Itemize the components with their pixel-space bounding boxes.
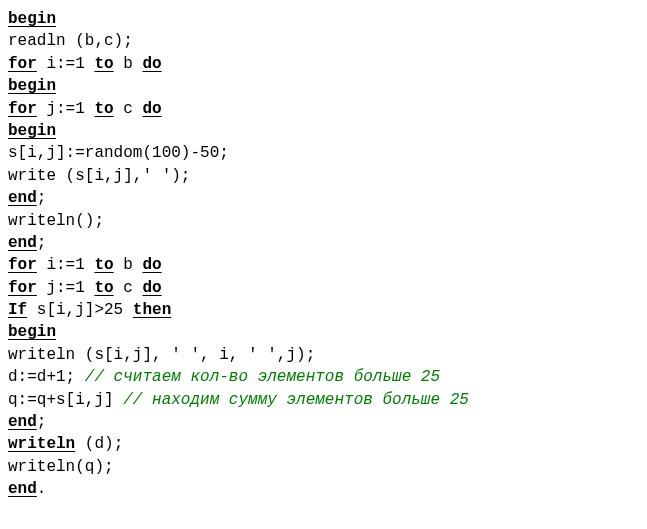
keyword-token: to: [94, 100, 113, 118]
keyword-token: begin: [8, 323, 56, 341]
code-line: d:=d+1; // считаем кол-во элементов боль…: [8, 366, 639, 388]
code-line: begin: [8, 321, 639, 343]
code-line: end;: [8, 187, 639, 209]
code-line: write (s[i,j],' ');: [8, 165, 639, 187]
code-line: writeln (s[i,j], ' ', i, ' ',j);: [8, 344, 639, 366]
keyword-token: do: [142, 256, 161, 274]
code-token: b: [114, 55, 143, 73]
code-line: end.: [8, 478, 639, 500]
code-line: end;: [8, 232, 639, 254]
code-token: .: [37, 480, 47, 498]
code-line: for i:=1 to b do: [8, 53, 639, 75]
code-block: beginreadln (b,c);for i:=1 to b dobeginf…: [8, 8, 639, 501]
code-token: i:=1: [37, 256, 95, 274]
keyword-token: end: [8, 234, 37, 252]
keyword-token: then: [133, 301, 171, 319]
code-line: If s[i,j]>25 then: [8, 299, 639, 321]
code-token: s[i,j]>25: [27, 301, 133, 319]
code-token: j:=1: [37, 100, 95, 118]
keyword-token: end: [8, 189, 37, 207]
keyword-token: begin: [8, 77, 56, 95]
code-token: s[i,j]:=random(100)-50;: [8, 144, 229, 162]
code-line: for j:=1 to c do: [8, 98, 639, 120]
code-line: end;: [8, 411, 639, 433]
keyword-token: do: [142, 100, 161, 118]
code-token: ;: [37, 234, 47, 252]
code-token: j:=1: [37, 279, 95, 297]
keyword-token: writeln: [8, 435, 75, 453]
keyword-token: do: [142, 279, 161, 297]
code-line: q:=q+s[i,j] // находим сумму элементов б…: [8, 389, 639, 411]
code-token: write (s[i,j],' ');: [8, 167, 190, 185]
code-line: writeln (d);: [8, 433, 639, 455]
keyword-token: begin: [8, 10, 56, 28]
code-line: writeln(q);: [8, 456, 639, 478]
keyword-token: to: [94, 256, 113, 274]
code-line: s[i,j]:=random(100)-50;: [8, 142, 639, 164]
code-line: begin: [8, 120, 639, 142]
keyword-token: to: [94, 279, 113, 297]
keyword-token: do: [142, 55, 161, 73]
code-token: (d);: [75, 435, 123, 453]
keyword-token: to: [94, 55, 113, 73]
comment-token: // находим сумму элементов больше 25: [123, 391, 469, 409]
code-token: writeln(q);: [8, 458, 114, 476]
code-token: writeln (s[i,j], ' ', i, ' ',j);: [8, 346, 315, 364]
keyword-token: begin: [8, 122, 56, 140]
code-token: c: [114, 279, 143, 297]
keyword-token: for: [8, 256, 37, 274]
keyword-token: for: [8, 279, 37, 297]
code-token: ;: [37, 413, 47, 431]
comment-token: // считаем кол-во элементов больше 25: [85, 368, 440, 386]
code-token: i:=1: [37, 55, 95, 73]
code-line: for i:=1 to b do: [8, 254, 639, 276]
code-token: writeln();: [8, 212, 104, 230]
keyword-token: for: [8, 55, 37, 73]
code-line: readln (b,c);: [8, 30, 639, 52]
keyword-token: for: [8, 100, 37, 118]
keyword-token: end: [8, 413, 37, 431]
code-line: begin: [8, 75, 639, 97]
keyword-token: If: [8, 301, 27, 319]
code-line: writeln();: [8, 210, 639, 232]
code-token: ;: [37, 189, 47, 207]
code-token: q:=q+s[i,j]: [8, 391, 123, 409]
code-token: b: [114, 256, 143, 274]
code-token: d:=d+1;: [8, 368, 85, 386]
code-token: c: [114, 100, 143, 118]
keyword-token: end: [8, 480, 37, 498]
code-token: readln (b,c);: [8, 32, 133, 50]
code-line: begin: [8, 8, 639, 30]
code-line: for j:=1 to c do: [8, 277, 639, 299]
